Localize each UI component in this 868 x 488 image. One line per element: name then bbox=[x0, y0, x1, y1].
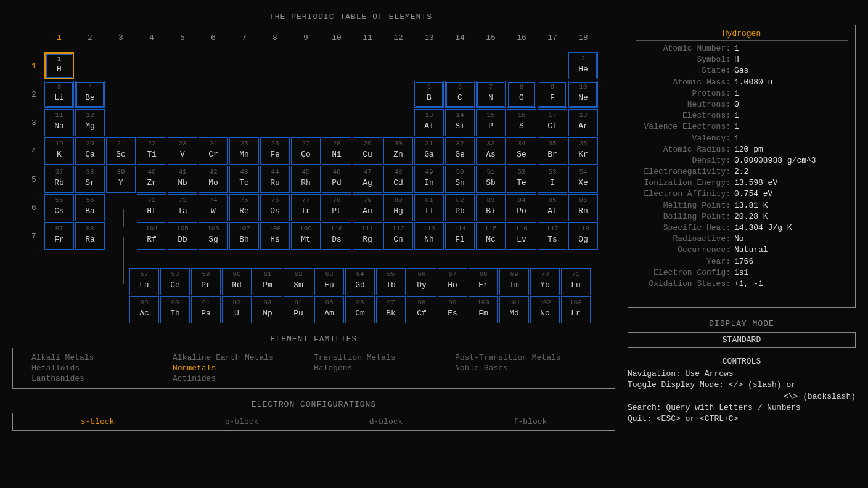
element-cell[interactable]: 75Re bbox=[229, 194, 259, 221]
element-cell[interactable]: 46Pd bbox=[322, 166, 351, 193]
element-cell[interactable]: 100Fm bbox=[469, 296, 498, 323]
element-cell[interactable]: 73Ta bbox=[168, 194, 197, 221]
element-cell[interactable]: 26Fe bbox=[260, 137, 290, 165]
element-cell[interactable]: 27Co bbox=[291, 137, 321, 165]
element-cell[interactable]: 20Ca bbox=[75, 137, 105, 165]
element-cell[interactable]: 112Cn bbox=[383, 222, 413, 250]
element-cell[interactable]: 88Ra bbox=[75, 222, 105, 250]
element-cell[interactable]: 70Yb bbox=[530, 268, 560, 295]
element-cell[interactable]: 7N bbox=[476, 81, 506, 108]
element-cell[interactable]: 61Pm bbox=[253, 268, 282, 295]
element-cell[interactable]: 22Ti bbox=[137, 137, 166, 165]
element-cell[interactable]: 41Nb bbox=[168, 166, 197, 193]
element-cell[interactable]: 108Hs bbox=[260, 222, 290, 250]
element-cell[interactable]: 101Md bbox=[499, 296, 529, 323]
element-cell[interactable]: 4Be bbox=[75, 81, 105, 108]
element-cell[interactable]: 31Ga bbox=[414, 137, 444, 165]
element-cell[interactable]: 35Br bbox=[538, 137, 567, 165]
block-item[interactable]: d-block bbox=[369, 417, 403, 426]
family-item[interactable]: Alkali Metals bbox=[31, 353, 173, 362]
element-cell[interactable]: 11Na bbox=[44, 109, 74, 136]
element-cell[interactable]: 107Bh bbox=[229, 222, 259, 250]
element-cell[interactable]: 58Ce bbox=[160, 268, 190, 295]
element-cell[interactable]: 83Bi bbox=[476, 194, 506, 221]
element-cell[interactable]: 76Os bbox=[260, 194, 290, 221]
element-cell[interactable]: 2He bbox=[568, 52, 598, 79]
element-cell[interactable]: 18Ar bbox=[568, 109, 598, 136]
element-cell[interactable]: 117Ts bbox=[538, 222, 567, 250]
element-cell[interactable]: 52Te bbox=[507, 166, 536, 193]
element-cell[interactable]: 12Mg bbox=[75, 109, 105, 136]
element-cell[interactable]: 111Rg bbox=[353, 222, 382, 250]
element-cell[interactable]: 16S bbox=[507, 109, 536, 136]
element-cell[interactable]: 34Se bbox=[507, 137, 536, 165]
element-cell[interactable]: 36Kr bbox=[568, 137, 598, 165]
element-cell[interactable]: 84Po bbox=[507, 194, 536, 221]
element-cell[interactable]: 3Li bbox=[44, 81, 74, 108]
element-cell[interactable]: 116Lv bbox=[507, 222, 536, 250]
element-cell[interactable]: 54Xe bbox=[568, 166, 598, 193]
element-cell[interactable]: 53I bbox=[538, 166, 567, 193]
family-item[interactable]: Post-Transition Metals bbox=[455, 353, 596, 362]
element-cell[interactable]: 62Sm bbox=[284, 268, 313, 295]
element-cell[interactable]: 24Cr bbox=[199, 137, 228, 165]
element-cell[interactable]: 25Mn bbox=[229, 137, 259, 165]
element-cell[interactable]: 13Al bbox=[414, 109, 444, 136]
element-cell[interactable]: 96Cm bbox=[345, 296, 375, 323]
element-cell[interactable]: 38Sr bbox=[75, 166, 105, 193]
display-mode-value[interactable]: STANDARD bbox=[628, 332, 856, 348]
element-cell[interactable]: 91Pa bbox=[191, 296, 221, 323]
family-item[interactable]: Transition Metals bbox=[314, 353, 455, 362]
element-cell[interactable]: 47Ag bbox=[353, 166, 382, 193]
element-cell[interactable]: 32Ge bbox=[445, 137, 475, 165]
element-cell[interactable]: 85At bbox=[538, 194, 567, 221]
element-cell[interactable]: 37Rb bbox=[44, 166, 74, 193]
element-cell[interactable]: 118Og bbox=[568, 222, 598, 250]
element-cell[interactable]: 40Zr bbox=[137, 166, 166, 193]
family-item[interactable]: Alkaline Earth Metals bbox=[173, 353, 314, 362]
element-cell[interactable]: 78Pt bbox=[322, 194, 351, 221]
element-cell[interactable]: 109Mt bbox=[291, 222, 321, 250]
element-cell[interactable]: 81Tl bbox=[414, 194, 444, 221]
element-cell[interactable]: 99Es bbox=[438, 296, 467, 323]
element-cell[interactable]: 98Cf bbox=[407, 296, 436, 323]
element-cell[interactable]: 19K bbox=[44, 137, 74, 165]
element-cell[interactable]: 1H bbox=[44, 52, 74, 79]
element-cell[interactable]: 89Ac bbox=[129, 296, 159, 323]
element-cell[interactable]: 102No bbox=[530, 296, 560, 323]
element-cell[interactable]: 97Bk bbox=[376, 296, 406, 323]
element-cell[interactable]: 64Gd bbox=[345, 268, 375, 295]
element-cell[interactable]: 44Ru bbox=[260, 166, 290, 193]
element-cell[interactable]: 15P bbox=[476, 109, 506, 136]
element-cell[interactable]: 66Dy bbox=[407, 268, 436, 295]
element-cell[interactable]: 55Cs bbox=[44, 194, 74, 221]
element-cell[interactable]: 42Mo bbox=[199, 166, 228, 193]
element-cell[interactable]: 50Sn bbox=[445, 166, 475, 193]
element-cell[interactable]: 23V bbox=[168, 137, 197, 165]
element-cell[interactable]: 110Ds bbox=[322, 222, 351, 250]
element-cell[interactable]: 9F bbox=[538, 81, 567, 108]
element-cell[interactable]: 60Nd bbox=[222, 268, 252, 295]
element-cell[interactable]: 106Sg bbox=[199, 222, 228, 250]
element-cell[interactable]: 113Nh bbox=[414, 222, 444, 250]
element-cell[interactable]: 45Rh bbox=[291, 166, 321, 193]
element-cell[interactable]: 39Y bbox=[106, 166, 136, 193]
element-cell[interactable]: 51Sb bbox=[476, 166, 506, 193]
element-cell[interactable]: 77Ir bbox=[291, 194, 321, 221]
element-cell[interactable]: 69Tm bbox=[499, 268, 529, 295]
element-cell[interactable]: 80Hg bbox=[383, 194, 413, 221]
element-cell[interactable]: 29Cu bbox=[353, 137, 382, 165]
block-item[interactable]: f-block bbox=[514, 417, 547, 426]
element-cell[interactable]: 8O bbox=[507, 81, 536, 108]
element-cell[interactable]: 56Ba bbox=[75, 194, 105, 221]
element-cell[interactable]: 92U bbox=[222, 296, 252, 323]
element-cell[interactable]: 10Ne bbox=[568, 81, 598, 108]
element-cell[interactable]: 21Sc bbox=[106, 137, 136, 165]
element-cell[interactable]: 68Er bbox=[469, 268, 498, 295]
element-cell[interactable]: 74W bbox=[199, 194, 228, 221]
block-item[interactable]: p-block bbox=[225, 417, 259, 426]
element-cell[interactable]: 115Mc bbox=[476, 222, 506, 250]
element-cell[interactable]: 67Ho bbox=[438, 268, 467, 295]
element-cell[interactable]: 28Ni bbox=[322, 137, 351, 165]
element-cell[interactable]: 5B bbox=[414, 81, 444, 108]
